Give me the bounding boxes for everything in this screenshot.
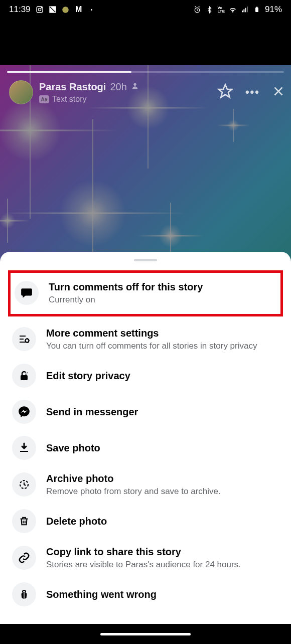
settings-list-icon (12, 327, 36, 351)
menu-send-messenger[interactable]: Send in messenger (0, 394, 291, 430)
story-progress (7, 71, 284, 73)
download-icon (12, 436, 36, 460)
favorite-button[interactable] (217, 83, 233, 101)
status-time: 11:39 (9, 5, 31, 15)
wifi-icon (229, 6, 237, 14)
menu-save-photo[interactable]: Save photo (0, 430, 291, 466)
person-tag-icon (131, 82, 139, 92)
menu-something-wrong[interactable]: Something went wrong (0, 576, 291, 612)
dot-icon: • (88, 6, 96, 14)
menu-subtitle: Currently on (49, 294, 276, 305)
svg-point-12 (133, 83, 136, 85)
battery-icon (253, 6, 261, 14)
sheet-grabber[interactable] (134, 259, 157, 261)
svg-rect-10 (255, 8, 258, 12)
story-type-label: Text story (52, 94, 86, 105)
bluetooth-icon (205, 6, 213, 14)
messenger-icon (12, 400, 36, 424)
menu-title: Save photo (46, 441, 279, 454)
menu-title: More comment settings (46, 327, 279, 340)
story-timestamp: 20h (110, 80, 126, 93)
options-sheet: Turn comments off for this story Current… (0, 252, 291, 624)
bug-icon (12, 582, 36, 606)
menu-subtitle: You can turn off comments for all storie… (46, 341, 279, 352)
story-user-info[interactable]: Paras Rastogi 20h Aa Text story (39, 80, 211, 105)
svg-rect-11 (256, 7, 257, 8)
svg-point-1 (38, 8, 41, 11)
battery-percent: 91% (265, 5, 282, 15)
gmail-icon: M (75, 6, 83, 14)
more-options-button[interactable]: ••• (245, 86, 260, 99)
archive-icon (12, 472, 36, 497)
svg-rect-8 (245, 8, 246, 13)
alarm-icon (193, 6, 201, 14)
lte-icon: Vo LTE (217, 6, 225, 13)
link-icon (12, 546, 36, 570)
text-story-badge-icon: Aa (39, 95, 49, 103)
app-icon (49, 6, 57, 14)
close-button[interactable] (272, 85, 285, 100)
menu-more-comment-settings[interactable]: More comment settings You can turn off c… (0, 320, 291, 358)
comment-icon (15, 281, 39, 305)
menu-title: Send in messenger (46, 405, 279, 418)
lock-icon (12, 364, 36, 388)
menu-title: Something went wrong (46, 588, 279, 601)
avatar[interactable] (9, 80, 33, 104)
menu-copy-link[interactable]: Copy link to share this story Stories ar… (0, 539, 291, 576)
circle-icon (62, 6, 70, 14)
svg-point-2 (41, 8, 42, 8)
menu-subtitle: Remove photo from story and save to arch… (46, 486, 279, 497)
svg-rect-7 (243, 9, 244, 12)
menu-title: Edit story privacy (46, 369, 279, 382)
status-bar: 11:39 M • Vo LTE 91% (0, 0, 291, 19)
signal-icon (241, 6, 249, 14)
menu-title: Turn comments off for this story (49, 280, 276, 293)
svg-point-4 (62, 7, 69, 13)
menu-title: Archive photo (46, 472, 279, 485)
svg-rect-6 (242, 11, 243, 12)
highlight-box: Turn comments off for this story Current… (8, 270, 283, 316)
svg-rect-14 (21, 375, 28, 380)
menu-archive-photo[interactable]: Archive photo Remove photo from story an… (0, 466, 291, 503)
home-indicator[interactable] (100, 633, 191, 635)
menu-title: Delete photo (46, 515, 279, 528)
menu-edit-privacy[interactable]: Edit story privacy (0, 358, 291, 394)
user-name: Paras Rastogi (39, 80, 106, 93)
menu-subtitle: Stories are visible to Paras's audience … (46, 559, 279, 570)
svg-rect-9 (247, 7, 248, 12)
menu-title: Copy link to share this story (46, 545, 279, 558)
menu-delete-photo[interactable]: Delete photo (0, 503, 291, 539)
instagram-icon (36, 6, 44, 14)
trash-icon (12, 509, 36, 533)
menu-turn-comments-off[interactable]: Turn comments off for this story Current… (13, 276, 278, 310)
navigation-bar (0, 624, 291, 644)
